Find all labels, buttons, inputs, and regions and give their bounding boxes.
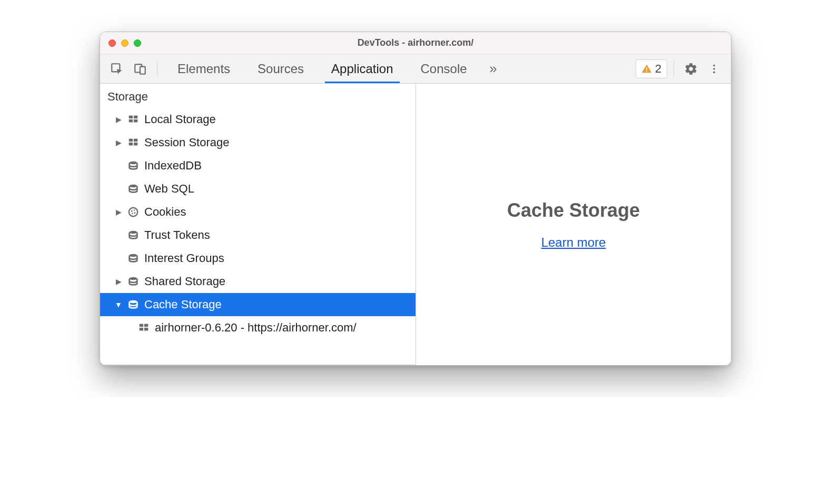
tree-item-local-storage[interactable]: ▶ Local Storage xyxy=(100,108,416,131)
tree-item-websql[interactable]: Web SQL xyxy=(100,177,416,200)
chevron-right-icon: ▶ xyxy=(115,208,122,216)
tree-item-label: Shared Storage xyxy=(144,275,225,288)
tree-item-indexeddb[interactable]: IndexedDB xyxy=(100,154,416,177)
tab-label: Elements xyxy=(177,62,230,76)
svg-rect-12 xyxy=(129,139,133,142)
application-sidebar: Storage ▶ Local Storage ▶ Session Storag… xyxy=(100,84,416,365)
svg-rect-28 xyxy=(144,324,148,327)
svg-rect-27 xyxy=(140,324,143,327)
grid-icon xyxy=(126,113,140,126)
learn-more-link[interactable]: Learn more xyxy=(541,235,606,250)
svg-point-16 xyxy=(130,162,137,165)
svg-rect-9 xyxy=(134,116,137,119)
tree-item-label: Cookies xyxy=(144,205,186,219)
tree-item-label: Cache Storage xyxy=(144,298,222,311)
tree-item-label: Session Storage xyxy=(144,136,229,149)
kebab-menu-icon[interactable] xyxy=(704,58,725,79)
database-icon xyxy=(126,159,140,173)
section-title-storage: Storage xyxy=(100,84,416,108)
tree-item-shared-storage[interactable]: ▶ Shared Storage xyxy=(100,270,416,293)
svg-rect-11 xyxy=(134,119,137,123)
tree-item-session-storage[interactable]: ▶ Session Storage xyxy=(100,131,416,154)
database-icon xyxy=(126,275,140,288)
tree-item-cache-storage[interactable]: ▼ Cache Storage xyxy=(100,293,416,316)
svg-point-17 xyxy=(130,185,137,188)
settings-icon[interactable] xyxy=(680,58,701,79)
svg-rect-15 xyxy=(134,143,137,146)
tab-label: Console xyxy=(421,62,467,76)
svg-rect-2 xyxy=(140,66,145,74)
toolbar-separator xyxy=(157,62,157,76)
tab-elements[interactable]: Elements xyxy=(164,54,244,83)
tree-item-label: Interest Groups xyxy=(144,251,224,265)
warning-icon xyxy=(641,64,652,74)
tree-item-cache-entry[interactable]: airhorner-0.6.20 - https://airhorner.com… xyxy=(100,316,416,339)
grid-icon xyxy=(126,136,140,149)
tab-label: Application xyxy=(331,62,393,76)
database-icon xyxy=(126,228,140,242)
tab-application[interactable]: Application xyxy=(318,54,407,83)
svg-rect-4 xyxy=(646,70,647,72)
chevron-right-icon: ▶ xyxy=(115,115,122,124)
titlebar: DevTools - airhorner.com/ xyxy=(100,32,731,54)
window-minimize-button[interactable] xyxy=(121,39,128,47)
window-close-button[interactable] xyxy=(108,39,116,47)
svg-point-7 xyxy=(713,71,715,73)
svg-rect-14 xyxy=(129,143,133,146)
svg-point-23 xyxy=(130,231,137,234)
tab-console[interactable]: Console xyxy=(407,54,481,83)
tree-item-label: Local Storage xyxy=(144,113,216,126)
tree-item-label: IndexedDB xyxy=(144,159,202,173)
svg-rect-10 xyxy=(129,119,133,123)
svg-point-19 xyxy=(131,210,133,212)
chevron-right-icon: ▶ xyxy=(115,277,122,286)
window-zoom-button[interactable] xyxy=(134,39,141,47)
svg-point-6 xyxy=(713,68,715,70)
detail-title: Cache Storage xyxy=(507,199,640,221)
svg-point-18 xyxy=(129,208,138,217)
inspect-element-icon[interactable] xyxy=(106,58,127,79)
database-icon xyxy=(126,251,140,265)
tree-item-label: Web SQL xyxy=(144,182,194,196)
tree-item-cookies[interactable]: ▶ Cookies xyxy=(100,200,416,224)
detail-pane: Cache Storage Learn more xyxy=(416,84,731,365)
more-tabs-icon[interactable]: » xyxy=(483,58,504,79)
svg-rect-30 xyxy=(144,328,148,331)
tab-label: Sources xyxy=(258,62,304,76)
storage-tree: ▶ Local Storage ▶ Session Storage xyxy=(100,108,416,365)
grid-icon xyxy=(137,321,151,335)
database-icon xyxy=(126,182,140,196)
svg-point-20 xyxy=(134,209,135,211)
main-split: Storage ▶ Local Storage ▶ Session Storag… xyxy=(100,84,731,365)
window-title: DevTools - airhorner.com/ xyxy=(100,37,731,48)
svg-rect-8 xyxy=(129,116,133,119)
tree-item-label: airhorner-0.6.20 - https://airhorner.com… xyxy=(155,321,357,335)
devtools-toolbar: Elements Sources Application Console » 2 xyxy=(100,54,731,84)
tree-item-interest-groups[interactable]: Interest Groups xyxy=(100,247,416,270)
database-icon xyxy=(126,298,140,311)
chevron-down-icon: ▼ xyxy=(115,300,122,309)
devtools-window: DevTools - airhorner.com/ Elements Sourc… xyxy=(100,32,731,366)
tree-item-label: Trust Tokens xyxy=(144,228,210,242)
chevron-right-icon: ▶ xyxy=(115,138,122,147)
svg-rect-3 xyxy=(646,67,647,69)
svg-rect-29 xyxy=(140,328,143,331)
svg-point-5 xyxy=(713,64,715,66)
panel-tabs: Elements Sources Application Console xyxy=(164,54,481,83)
toolbar-separator xyxy=(674,62,674,76)
tab-sources[interactable]: Sources xyxy=(244,54,318,83)
issues-badge[interactable]: 2 xyxy=(636,59,667,78)
tree-item-trust-tokens[interactable]: Trust Tokens xyxy=(100,224,416,247)
device-toolbar-icon[interactable] xyxy=(130,58,151,79)
svg-point-25 xyxy=(130,277,137,280)
svg-point-21 xyxy=(134,212,135,214)
issues-count: 2 xyxy=(655,62,661,76)
svg-rect-13 xyxy=(134,139,137,142)
cookie-icon xyxy=(126,205,140,219)
svg-point-26 xyxy=(130,300,137,304)
svg-point-24 xyxy=(130,254,137,257)
svg-point-22 xyxy=(132,213,133,214)
traffic-lights xyxy=(100,39,141,47)
